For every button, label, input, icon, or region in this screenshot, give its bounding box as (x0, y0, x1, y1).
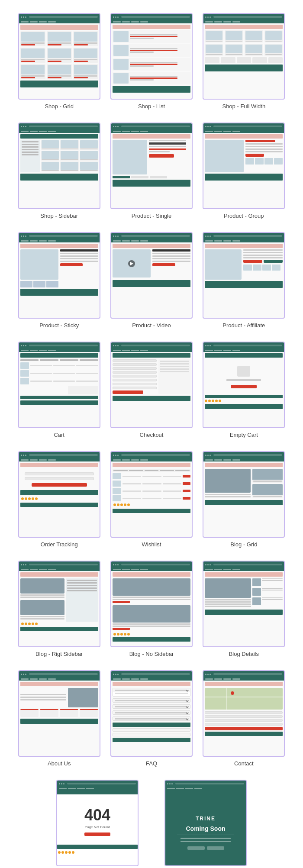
label-blog-details: Blog Details (229, 651, 259, 657)
grid-item-product-video: Product - Video (110, 232, 193, 329)
preview-order-tracking[interactable] (18, 451, 100, 538)
grid-item-blog-no-sidebar: Blog - No Sidebar (110, 561, 193, 657)
preview-shop-list[interactable] (110, 13, 193, 100)
label-product-video: Product - Video (132, 322, 171, 329)
grid-item-about-us: About Us (17, 670, 101, 767)
grid-item-product-sticky: Product - Sticky (17, 232, 101, 329)
preview-contact[interactable] (203, 670, 285, 757)
grid-item-shop-sidebar: Shop - Sidebar (17, 123, 101, 219)
label-order-tracking: Order Tracking (41, 541, 78, 548)
label-shop-full-width: Shop - Full Width (222, 103, 265, 110)
preview-product-video[interactable] (110, 232, 193, 319)
grid-item-product-single: Product - Single (110, 123, 193, 219)
grid-item-shop-grid: Shop - Grid (17, 13, 101, 110)
label-blog-grid: Blog - Grid (230, 541, 257, 548)
preview-coming-soon[interactable]: TRINEComing Soon (164, 780, 247, 866)
preview-cart[interactable] (18, 342, 100, 428)
grid-item-product-group: Product - Group (202, 123, 286, 219)
grid-item-coming-soon: TRINEComing SoonComing Soon (164, 780, 247, 868)
grid-item-404-page: 404Page Not Found404 Page (56, 780, 139, 868)
preview-shop-full-width[interactable] (203, 13, 285, 100)
grid-item-blog-grid: Blog - Grid (202, 451, 286, 548)
label-shop-list: Shop - List (138, 103, 165, 110)
grid-item-empty-cart: Empty Cart (202, 342, 286, 438)
preview-empty-cart[interactable] (203, 342, 285, 428)
preview-about-us[interactable] (18, 670, 100, 757)
grid-item-wishlist: Wishlist (110, 451, 193, 548)
grid-item-order-tracking: Order Tracking (17, 451, 101, 548)
grid-item-checkout: Checkout (110, 342, 193, 438)
preview-product-group[interactable] (203, 123, 285, 209)
preview-wishlist[interactable] (110, 451, 193, 538)
preview-grid: Shop - GridShop - ListShop - Full WidthS… (0, 0, 303, 780)
preview-checkout[interactable] (110, 342, 193, 428)
grid-item-faq: FAQ (110, 670, 193, 767)
label-checkout: Checkout (140, 432, 164, 438)
grid-item-contact: Contact (202, 670, 286, 767)
preview-product-affiliate[interactable] (203, 232, 285, 319)
preview-shop-grid[interactable] (18, 13, 100, 100)
label-blog-no-sidebar: Blog - No Sidebar (129, 651, 174, 657)
preview-blog-grid[interactable] (203, 451, 285, 538)
grid-item-blog-right-sidebar: Blog - Rigt Sidebar (17, 561, 101, 657)
label-product-sticky: Product - Sticky (39, 322, 79, 329)
preview-product-single[interactable] (110, 123, 193, 209)
preview-404-page[interactable]: 404Page Not Found (56, 780, 139, 866)
preview-blog-no-sidebar[interactable] (110, 561, 193, 647)
label-empty-cart: Empty Cart (230, 432, 258, 438)
preview-product-sticky[interactable] (18, 232, 100, 319)
grid-item-product-affiliate: Product - Affiliate (202, 232, 286, 329)
preview-blog-right-sidebar[interactable] (18, 561, 100, 647)
preview-blog-details[interactable] (203, 561, 285, 647)
label-product-single: Product - Single (132, 213, 172, 219)
label-cart: Cart (54, 432, 64, 438)
label-product-affiliate: Product - Affiliate (222, 322, 265, 329)
grid-item-shop-full-width: Shop - Full Width (202, 13, 286, 110)
grid-item-cart: Cart (17, 342, 101, 438)
preview-faq[interactable] (110, 670, 193, 757)
grid-item-blog-details: Blog Details (202, 561, 286, 657)
label-about-us: About Us (48, 760, 71, 767)
label-product-group: Product - Group (224, 213, 264, 219)
label-shop-grid: Shop - Grid (45, 103, 73, 110)
preview-shop-sidebar[interactable] (18, 123, 100, 209)
label-blog-right-sidebar: Blog - Rigt Sidebar (35, 651, 83, 657)
grid-item-shop-list: Shop - List (110, 13, 193, 110)
label-contact: Contact (234, 760, 254, 767)
label-faq: FAQ (146, 760, 157, 767)
label-shop-sidebar: Shop - Sidebar (40, 213, 78, 219)
label-wishlist: Wishlist (142, 541, 161, 548)
